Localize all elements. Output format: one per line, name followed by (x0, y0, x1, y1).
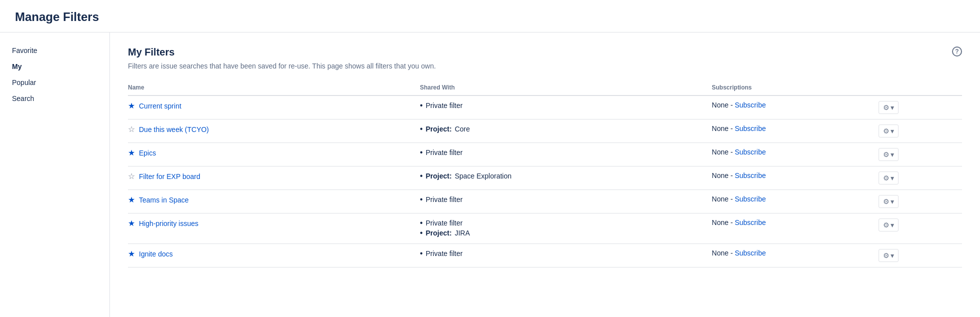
gear-icon: ⚙ (883, 104, 890, 112)
subscriptions-cell: None - Subscribe (712, 120, 879, 143)
shared-item: Private filter (420, 249, 706, 258)
chevron-down-icon: ▾ (891, 252, 894, 260)
gear-button[interactable]: ⚙▾ (879, 148, 899, 161)
chevron-down-icon: ▾ (891, 150, 894, 158)
shared-item: Private filter (420, 218, 706, 228)
subscribe-link[interactable]: Subscribe (735, 195, 766, 203)
star-filled-icon[interactable]: ★ (128, 249, 135, 258)
shared-item: Project: JIRA (420, 228, 706, 238)
subscriptions-cell: None - Subscribe (712, 143, 879, 166)
subscribe-link[interactable]: Subscribe (735, 101, 766, 109)
gear-icon: ⚙ (883, 150, 890, 158)
subscriptions-cell: None - Subscribe (712, 190, 879, 214)
subscriptions-cell: None - Subscribe (712, 214, 879, 244)
table-row: ☆Filter for EXP boardProject: Space Expl… (128, 166, 962, 190)
section-title: My Filters (128, 46, 962, 58)
section-desc: Filters are issue searches that have bee… (128, 62, 962, 70)
actions-cell: ⚙▾ (879, 148, 956, 161)
col-header-name: Name (128, 80, 420, 96)
gear-button[interactable]: ⚙▾ (879, 124, 899, 138)
chevron-down-icon: ▾ (891, 174, 894, 182)
gear-icon: ⚙ (883, 127, 890, 135)
subscribe-link[interactable]: Subscribe (735, 172, 766, 180)
sidebar: Favorite My Popular Search (0, 32, 110, 317)
subscriptions-cell: None - Subscribe (712, 244, 879, 268)
main-content: ? My Filters Filters are issue searches … (110, 32, 980, 317)
actions-cell: ⚙▾ (879, 124, 956, 138)
actions-cell: ⚙▾ (879, 195, 956, 208)
filters-table: Name Shared With Subscriptions ★Current … (128, 80, 962, 268)
actions-cell: ⚙▾ (879, 101, 956, 114)
subscribe-link[interactable]: Subscribe (735, 218, 766, 226)
subscriptions-cell: None - Subscribe (712, 166, 879, 190)
shared-item: Private filter (420, 195, 706, 204)
actions-cell: ⚙▾ (879, 249, 956, 262)
col-header-actions (879, 80, 962, 96)
filter-name-link[interactable]: Filter for EXP board (139, 172, 200, 180)
chevron-down-icon: ▾ (891, 127, 894, 135)
table-row: ★EpicsPrivate filterNone - Subscribe⚙▾ (128, 143, 962, 166)
subscribe-link[interactable]: Subscribe (735, 148, 766, 156)
shared-item: Project: Core (420, 124, 706, 134)
subscribe-link[interactable]: Subscribe (735, 124, 766, 132)
table-row: ★High-priority issuesPrivate filterProje… (128, 214, 962, 244)
page-title: Manage Filters (15, 10, 965, 24)
filter-name-link[interactable]: Teams in Space (139, 196, 189, 204)
gear-button[interactable]: ⚙▾ (879, 195, 899, 208)
chevron-down-icon: ▾ (891, 221, 894, 229)
gear-button[interactable]: ⚙▾ (879, 249, 899, 262)
filter-name-link[interactable]: High-priority issues (139, 220, 198, 228)
shared-item: Project: Space Exploration (420, 172, 706, 180)
gear-button[interactable]: ⚙▾ (879, 101, 899, 114)
table-row: ★Teams in SpacePrivate filterNone - Subs… (128, 190, 962, 214)
subscriptions-cell: None - Subscribe (712, 96, 879, 120)
gear-icon: ⚙ (883, 174, 890, 182)
star-filled-icon[interactable]: ★ (128, 101, 135, 110)
star-filled-icon[interactable]: ★ (128, 218, 135, 228)
help-icon[interactable]: ? (952, 46, 962, 56)
chevron-down-icon: ▾ (891, 198, 894, 206)
star-filled-icon[interactable]: ★ (128, 195, 135, 204)
filter-name-link[interactable]: Ignite docs (139, 250, 173, 258)
actions-cell: ⚙▾ (879, 172, 956, 184)
table-row: ☆Due this week (TCYO)Project: CoreNone -… (128, 120, 962, 143)
chevron-down-icon: ▾ (891, 104, 894, 112)
table-row: ★Ignite docsPrivate filterNone - Subscri… (128, 244, 962, 268)
filter-name-link[interactable]: Current sprint (139, 102, 181, 110)
sidebar-item-my[interactable]: My (0, 58, 109, 74)
actions-cell: ⚙▾ (879, 218, 956, 232)
sidebar-item-search[interactable]: Search (0, 90, 109, 106)
star-empty-icon[interactable]: ☆ (128, 172, 135, 181)
subscribe-link[interactable]: Subscribe (735, 249, 766, 257)
gear-icon: ⚙ (883, 252, 890, 260)
sidebar-item-favorite[interactable]: Favorite (0, 42, 109, 58)
sidebar-item-popular[interactable]: Popular (0, 74, 109, 90)
gear-button[interactable]: ⚙▾ (879, 172, 899, 184)
col-header-shared: Shared With (420, 80, 712, 96)
page-header: Manage Filters (0, 0, 980, 32)
shared-item: Private filter (420, 101, 706, 110)
star-empty-icon[interactable]: ☆ (128, 124, 135, 134)
filter-name-link[interactable]: Due this week (TCYO) (139, 126, 209, 134)
filter-name-link[interactable]: Epics (139, 149, 156, 157)
gear-icon: ⚙ (883, 221, 890, 229)
shared-item: Private filter (420, 148, 706, 157)
gear-icon: ⚙ (883, 198, 890, 206)
star-filled-icon[interactable]: ★ (128, 148, 135, 158)
gear-button[interactable]: ⚙▾ (879, 218, 899, 232)
table-row: ★Current sprintPrivate filterNone - Subs… (128, 96, 962, 120)
col-header-subscriptions: Subscriptions (712, 80, 879, 96)
